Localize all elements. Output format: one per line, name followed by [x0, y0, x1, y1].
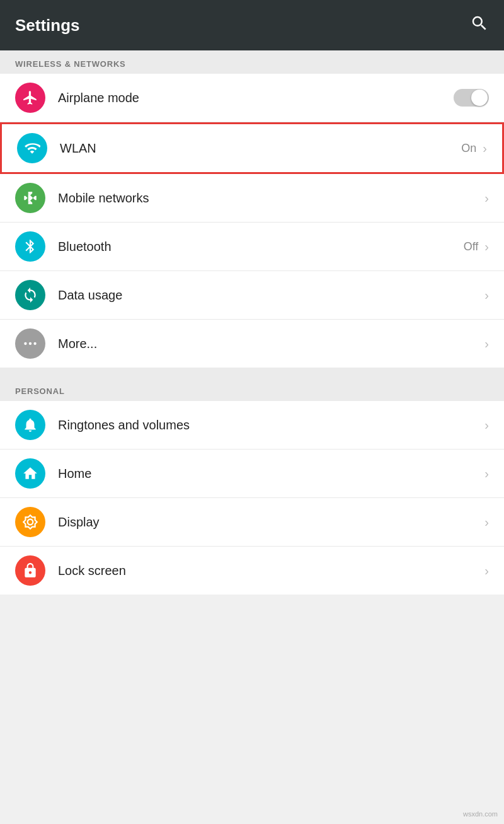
- watermark: wsxdn.com: [463, 810, 498, 818]
- settings-item-home[interactable]: Home ›: [0, 450, 504, 498]
- app-header: Settings: [0, 0, 504, 50]
- wlan-icon: [17, 133, 47, 163]
- lock-screen-icon: [15, 555, 45, 586]
- bluetooth-status: Off: [464, 240, 479, 253]
- settings-item-mobile-networks[interactable]: Mobile networks ›: [0, 174, 504, 223]
- page-title: Settings: [15, 16, 80, 35]
- section-header-personal: PERSONAL: [0, 378, 504, 401]
- wlan-chevron-icon: ›: [483, 141, 487, 156]
- more-label: More...: [58, 337, 482, 351]
- search-icon[interactable]: [470, 14, 489, 37]
- wlan-label: WLAN: [60, 141, 461, 156]
- bluetooth-label: Bluetooth: [58, 240, 464, 254]
- display-icon: [15, 507, 45, 537]
- data-usage-chevron-icon: ›: [484, 288, 489, 303]
- toggle-knob: [471, 90, 488, 106]
- wlan-status: On: [461, 142, 476, 155]
- more-icon: [15, 328, 45, 359]
- settings-item-ringtones[interactable]: Ringtones and volumes ›: [0, 401, 504, 450]
- more-chevron-icon: ›: [484, 337, 489, 351]
- settings-item-data-usage[interactable]: Data usage ›: [0, 271, 504, 320]
- home-chevron-icon: ›: [484, 467, 489, 481]
- settings-item-wlan[interactable]: WLAN On ›: [0, 122, 504, 174]
- airplane-mode-icon: [15, 83, 45, 113]
- wireless-settings-list: Airplane mode WLAN On › Mobile networks …: [0, 74, 504, 368]
- settings-item-display[interactable]: Display ›: [0, 498, 504, 547]
- airplane-mode-label: Airplane mode: [58, 91, 454, 105]
- settings-item-lock-screen[interactable]: Lock screen ›: [0, 547, 504, 595]
- data-usage-icon: [15, 280, 45, 310]
- svg-point-0: [24, 342, 26, 345]
- lock-screen-chevron-icon: ›: [484, 564, 489, 578]
- bluetooth-chevron-icon: ›: [484, 240, 489, 254]
- svg-point-1: [29, 342, 32, 345]
- mobile-networks-icon: [15, 183, 45, 213]
- settings-item-airplane-mode[interactable]: Airplane mode: [0, 74, 504, 122]
- ringtones-label: Ringtones and volumes: [58, 418, 482, 432]
- settings-item-more[interactable]: More... ›: [0, 320, 504, 368]
- lock-screen-label: Lock screen: [58, 564, 482, 578]
- display-chevron-icon: ›: [484, 515, 489, 530]
- home-label: Home: [58, 467, 482, 481]
- home-icon: [15, 458, 45, 489]
- settings-item-bluetooth[interactable]: Bluetooth Off ›: [0, 223, 504, 271]
- ringtones-icon: [15, 410, 45, 440]
- section-spacer-personal: [0, 368, 504, 378]
- airplane-mode-toggle[interactable]: [454, 89, 489, 107]
- svg-point-2: [33, 342, 36, 345]
- data-usage-label: Data usage: [58, 288, 482, 303]
- mobile-networks-label: Mobile networks: [58, 191, 482, 206]
- mobile-networks-chevron-icon: ›: [484, 191, 489, 206]
- personal-settings-list: Ringtones and volumes › Home › Display ›…: [0, 401, 504, 595]
- ringtones-chevron-icon: ›: [484, 418, 489, 432]
- display-label: Display: [58, 515, 482, 530]
- section-header-wireless: WIRELESS & NETWORKS: [0, 50, 504, 74]
- bluetooth-icon: [15, 231, 45, 262]
